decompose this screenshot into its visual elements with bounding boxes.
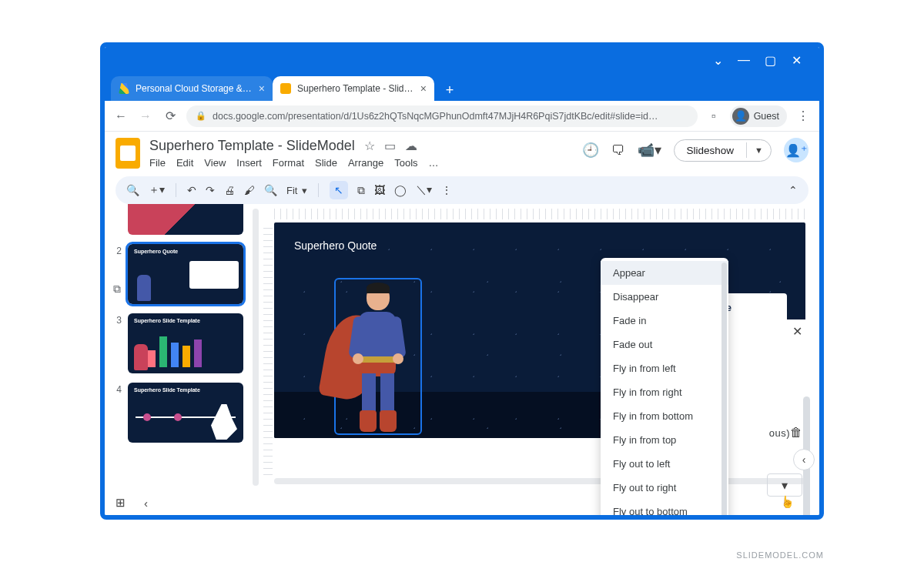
new-slide-icon[interactable]: ＋▾ (149, 183, 165, 197)
tab-drive[interactable]: Personal Cloud Storage & File Sh × (111, 76, 273, 101)
back-button[interactable]: ← (112, 109, 129, 123)
trash-icon[interactable]: 🗑 (790, 426, 802, 440)
history-icon[interactable]: 🕘 (582, 142, 599, 159)
menu-format[interactable]: Format (273, 157, 304, 169)
cursor-icon: ☝ (780, 495, 795, 509)
slide-thumbnail-3[interactable]: Superhero Slide Template (128, 313, 243, 373)
document-title[interactable]: Superhero Template - SlideModel (149, 138, 355, 154)
slide-number: 2 (112, 246, 122, 256)
cloud-icon[interactable]: ☁ (405, 139, 417, 153)
shape-icon[interactable]: ◯ (394, 184, 407, 196)
partial-label: ous) (769, 427, 790, 439)
menu-insert[interactable]: Insert (236, 157, 262, 169)
star-icon[interactable]: ☆ (364, 139, 375, 153)
minimize-icon[interactable]: — (738, 53, 750, 67)
slide-thumbnail-2[interactable]: Superhero Quote (128, 244, 243, 304)
grid-view-icon[interactable]: ⊞ (116, 496, 126, 510)
dd-item-appear[interactable]: Appear (601, 261, 728, 285)
dd-item-fly-in-top[interactable]: Fly in from top (601, 428, 728, 452)
chevron-down-icon[interactable]: ⌄ (711, 53, 724, 68)
meet-icon[interactable]: 📹▾ (638, 142, 661, 159)
animation-select[interactable]: ▾ (767, 473, 802, 497)
header-actions: 🕘 🗨 📹▾ Slideshow ▼ 👤⁺ (582, 138, 808, 162)
tab-bar: Personal Cloud Storage & File Sh × Super… (105, 73, 819, 101)
menu-edit[interactable]: Edit (176, 157, 193, 169)
close-panel-icon[interactable]: ✕ (792, 324, 802, 339)
dd-item-fly-out-right[interactable]: Fly out to right (601, 476, 728, 500)
app-header: Superhero Template - SlideModel ☆ ▭ ☁ Fi… (105, 132, 819, 172)
tab-title: Superhero Template - SlideModel (297, 83, 414, 94)
avatar-icon: 👤 (732, 108, 749, 125)
close-icon[interactable]: ✕ (790, 53, 802, 68)
slides-icon (280, 83, 291, 94)
slide-number: 4 (112, 384, 122, 395)
print-icon[interactable]: 🖨 (224, 184, 235, 196)
transition-icon: ⧉ (113, 283, 121, 296)
window-controls: ⌄ — ▢ ✕ (105, 47, 819, 73)
profile-chip[interactable]: 👤 Guest (730, 105, 787, 127)
dd-item-fly-out-bottom[interactable]: Fly out to bottom (601, 500, 728, 520)
forward-button[interactable]: → (137, 109, 154, 123)
maximize-icon[interactable]: ▢ (764, 53, 776, 68)
slideshow-label: Slideshow (675, 140, 747, 161)
menu-slide[interactable]: Slide (315, 157, 337, 169)
dd-item-fly-in-left[interactable]: Fly in from left (601, 356, 728, 380)
superhero-graphic[interactable] (336, 279, 420, 433)
slide-thumbnail-4[interactable]: Superhero Slide Template (128, 383, 243, 443)
select-tool-icon[interactable]: ↖ (330, 181, 348, 199)
menu-tools[interactable]: Tools (394, 157, 417, 169)
prev-slide-icon[interactable]: ‹ (144, 497, 148, 510)
chevron-down-icon[interactable]: ▼ (747, 146, 771, 155)
ruler-horizontal (274, 209, 805, 219)
textbox-icon[interactable]: ⧉ (357, 184, 365, 197)
browser-window: ⌄ — ▢ ✕ Personal Cloud Storage & File Sh… (100, 42, 824, 520)
reading-list-icon[interactable]: ▫ (705, 109, 722, 123)
kebab-menu-icon[interactable]: ⋮ (795, 109, 812, 123)
move-icon[interactable]: ▭ (384, 139, 396, 153)
redo-icon[interactable]: ↷ (206, 184, 215, 196)
dd-item-disappear[interactable]: Disappear (601, 285, 728, 309)
menu-file[interactable]: File (149, 157, 166, 169)
thumb-title: Superhero Slide Template (134, 387, 200, 393)
menu-view[interactable]: View (204, 157, 226, 169)
close-tab-icon[interactable]: × (259, 82, 265, 95)
close-tab-icon[interactable]: × (420, 82, 427, 95)
thumb-title: Superhero Quote (134, 249, 178, 254)
slideshow-button[interactable]: Slideshow ▼ (674, 139, 772, 162)
dd-item-fade-in[interactable]: Fade in (601, 309, 728, 333)
thumb-scrollbar[interactable] (253, 209, 259, 486)
reload-button[interactable]: ⟳ (162, 109, 179, 123)
side-panel-collapse-icon[interactable]: ‹ (793, 449, 815, 470)
dd-item-fly-out-left[interactable]: Fly out to left (601, 452, 728, 476)
zoom-out-icon[interactable]: 🔍 (264, 184, 277, 196)
figure-mini-icon (211, 404, 237, 440)
paint-format-icon[interactable]: 🖌 (244, 184, 255, 196)
share-button[interactable]: 👤⁺ (784, 138, 808, 162)
slide-thumbnail-1[interactable] (128, 204, 243, 235)
bubble-mini (189, 261, 239, 289)
search-icon[interactable]: 🔍 (126, 184, 139, 196)
dd-item-fly-in-right[interactable]: Fly in from right (601, 380, 728, 404)
dd-item-fade-out[interactable]: Fade out (601, 333, 728, 356)
dropdown-scrollbar[interactable] (721, 263, 727, 520)
undo-icon[interactable]: ↶ (187, 184, 196, 196)
animation-dropdown[interactable]: Appear Disappear Fade in Fade out Fly in… (601, 258, 728, 520)
menu-more[interactable]: … (429, 157, 439, 169)
collapse-toolbar-icon[interactable]: ⌃ (788, 184, 798, 196)
url-bar[interactable]: 🔒 docs.google.com/presentation/d/1Us6z2h… (186, 105, 698, 127)
dd-item-fly-in-bottom[interactable]: Fly in from bottom (601, 404, 728, 428)
slide-title: Superhero Quote (294, 239, 377, 252)
new-tab-button[interactable]: + (439, 79, 460, 101)
toolbar: 🔍 ＋▾ ↶ ↷ 🖨 🖌 🔍 Fit ▾ ↖ ⧉ 🖼 ◯ ＼▾ ⋮ ⌃ (116, 176, 808, 204)
image-icon[interactable]: 🖼 (374, 184, 385, 196)
bar-chart-mini (148, 336, 202, 367)
start-condition-select[interactable]: ▾ (767, 517, 802, 520)
line-icon[interactable]: ＼▾ (416, 183, 432, 197)
comments-icon[interactable]: 🗨 (611, 142, 625, 159)
menu-arrange[interactable]: Arrange (348, 157, 383, 169)
drive-icon (119, 83, 129, 94)
tab-slides[interactable]: Superhero Template - SlideModel × (273, 76, 434, 101)
slides-logo-icon[interactable] (116, 138, 140, 169)
more-tools-icon[interactable]: ⋮ (441, 184, 452, 196)
zoom-select[interactable]: Fit ▾ (286, 185, 307, 196)
